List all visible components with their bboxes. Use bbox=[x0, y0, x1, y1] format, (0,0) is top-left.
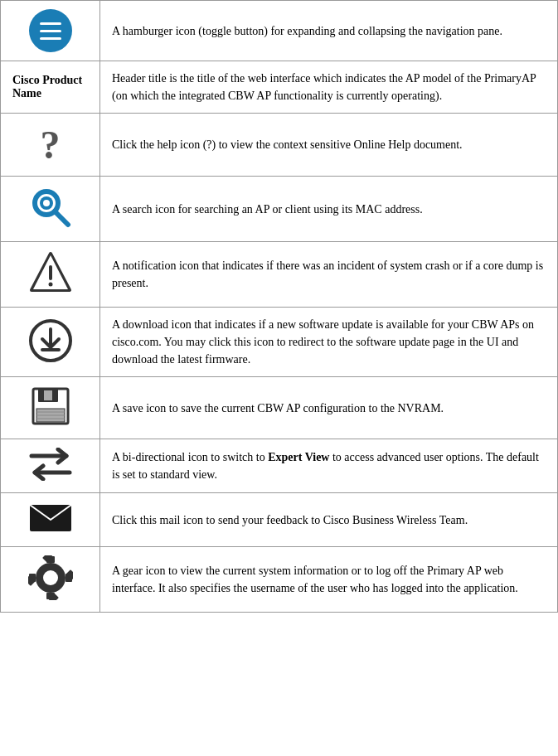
hamburger-cell bbox=[1, 1, 100, 61]
svg-point-2 bbox=[43, 200, 50, 206]
table-row: A hamburger icon (toggle button) for exp… bbox=[1, 1, 558, 61]
gear-cell bbox=[1, 547, 100, 613]
download-description: A download icon that indicates if a new … bbox=[100, 308, 558, 377]
search-description: A search icon for searching an AP or cli… bbox=[100, 177, 558, 242]
svg-point-30 bbox=[43, 570, 58, 585]
bidir-cell bbox=[1, 439, 100, 493]
table-row: A gear icon to view the current system i… bbox=[1, 547, 558, 613]
gear-icon[interactable] bbox=[28, 555, 73, 600]
hamburger-line-1 bbox=[40, 22, 61, 25]
table-row: ? Click the help icon (?) to view the co… bbox=[1, 114, 558, 177]
svg-point-7 bbox=[48, 283, 52, 287]
mail-description: Click this mail icon to send your feedba… bbox=[100, 493, 558, 547]
gear-description: A gear icon to view the current system i… bbox=[100, 547, 558, 613]
product-name-description: Header title is the title of the web int… bbox=[100, 61, 558, 114]
search-icon[interactable] bbox=[28, 185, 73, 230]
hamburger-icon[interactable] bbox=[29, 9, 72, 52]
table-row: A notification icon that indicates if th… bbox=[1, 242, 558, 308]
search-cell bbox=[1, 177, 100, 242]
help-icon[interactable]: ? bbox=[41, 123, 61, 167]
download-icon[interactable] bbox=[28, 318, 73, 363]
table-row: Cisco Product Name Header title is the t… bbox=[1, 61, 558, 114]
svg-rect-13 bbox=[44, 390, 52, 400]
bidir-description: A bi-directional icon to switch to Exper… bbox=[100, 439, 558, 493]
table-row: A save icon to save the current CBW AP c… bbox=[1, 377, 558, 439]
table-row: A download icon that indicates if a new … bbox=[1, 308, 558, 377]
expert-view-label: Expert View bbox=[268, 451, 329, 463]
help-description: Click the help icon (?) to view the cont… bbox=[100, 114, 558, 177]
product-name-cell: Cisco Product Name bbox=[1, 61, 100, 114]
save-cell bbox=[1, 377, 100, 439]
bidirectional-icon[interactable] bbox=[28, 448, 73, 481]
save-icon[interactable] bbox=[30, 385, 71, 427]
svg-line-3 bbox=[55, 211, 68, 225]
notification-description: A notification icon that indicates if th… bbox=[100, 242, 558, 308]
help-cell: ? bbox=[1, 114, 100, 177]
download-cell bbox=[1, 308, 100, 377]
table-row: Click this mail icon to send your feedba… bbox=[1, 493, 558, 547]
hamburger-line-3 bbox=[40, 37, 61, 40]
hamburger-description: A hamburger icon (toggle button) for exp… bbox=[100, 1, 558, 61]
mail-icon[interactable] bbox=[28, 502, 73, 535]
mail-cell bbox=[1, 493, 100, 547]
table-row: A bi-directional icon to switch to Exper… bbox=[1, 439, 558, 493]
notification-icon[interactable] bbox=[28, 250, 73, 295]
notification-cell bbox=[1, 242, 100, 308]
table-row: A search icon for searching an AP or cli… bbox=[1, 177, 558, 242]
save-description: A save icon to save the current CBW AP c… bbox=[100, 377, 558, 439]
hamburger-line-2 bbox=[40, 30, 61, 32]
